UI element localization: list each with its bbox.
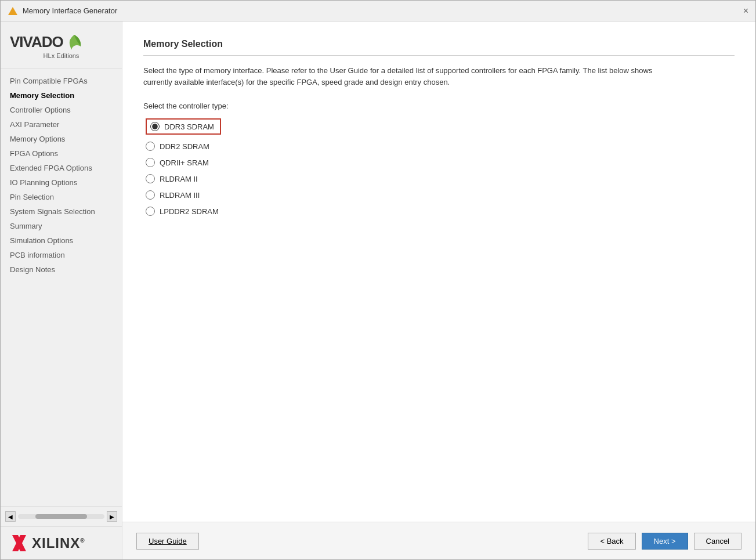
description-text: Select the type of memory interface. Ple… bbox=[143, 65, 665, 88]
radio-label-0: DDR3 SDRAM bbox=[164, 122, 214, 131]
vivado-leaf-icon bbox=[66, 34, 83, 51]
radio-input-0[interactable] bbox=[150, 122, 160, 131]
footer-left: User Guide bbox=[136, 533, 199, 550]
back-button[interactable]: < Back bbox=[588, 533, 635, 550]
main-content: VIVADO HLx Editions Pin Compatible FPGAs… bbox=[1, 21, 755, 559]
sidebar-nav-item-0[interactable]: Pin Compatible FPGAs bbox=[1, 74, 122, 88]
sidebar-nav-item-5[interactable]: FPGA Options bbox=[1, 146, 122, 161]
sidebar: VIVADO HLx Editions Pin Compatible FPGAs… bbox=[1, 21, 122, 559]
sidebar-nav-item-10[interactable]: Summary bbox=[1, 219, 122, 233]
radio-label-3: RLDRAM II bbox=[160, 175, 198, 183]
sidebar-nav-item-9[interactable]: System Signals Selection bbox=[1, 204, 122, 219]
radio-option-1[interactable]: DDR2 SDRAM bbox=[146, 142, 735, 151]
scroll-thumb bbox=[35, 514, 87, 519]
sidebar-xilinx: XILINX® bbox=[1, 526, 122, 559]
sidebar-nav-item-2[interactable]: Controller Options bbox=[1, 103, 122, 117]
main-window: Memory Interface Generator × VIVADO HLx … bbox=[0, 0, 756, 560]
scroll-right-button[interactable]: ▶ bbox=[107, 511, 117, 522]
xilinx-text: XILINX® bbox=[32, 535, 85, 551]
sidebar-nav-item-1[interactable]: Memory Selection bbox=[1, 88, 122, 103]
user-guide-button[interactable]: User Guide bbox=[136, 533, 199, 550]
controller-type-radio-group: DDR3 SDRAMDDR2 SDRAMQDRII+ SRAMRLDRAM II… bbox=[146, 118, 735, 216]
sidebar-nav-item-7[interactable]: IO Planning Options bbox=[1, 175, 122, 190]
sidebar-nav-item-12[interactable]: PCB information bbox=[1, 248, 122, 262]
app-icon bbox=[8, 6, 18, 16]
svg-marker-0 bbox=[8, 7, 17, 15]
radio-label-4: RLDRAM III bbox=[160, 191, 200, 200]
sidebar-nav: Pin Compatible FPGAsMemory SelectionCont… bbox=[1, 69, 122, 506]
sidebar-nav-item-4[interactable]: Memory Options bbox=[1, 132, 122, 146]
sidebar-logo: VIVADO HLx Editions bbox=[1, 21, 122, 69]
radio-input-4[interactable] bbox=[146, 190, 155, 200]
scroll-track bbox=[18, 514, 104, 519]
vivado-logo: VIVADO bbox=[10, 33, 113, 51]
section-title: Memory Selection bbox=[143, 39, 735, 56]
vivado-text: VIVADO bbox=[10, 33, 63, 51]
footer-right: < Back Next > Cancel bbox=[588, 533, 741, 550]
radio-label-2: QDRII+ SRAM bbox=[160, 158, 209, 167]
radio-input-3[interactable] bbox=[146, 174, 155, 183]
sidebar-nav-item-13[interactable]: Design Notes bbox=[1, 262, 122, 277]
radio-input-5[interactable] bbox=[146, 207, 155, 216]
footer-bar: User Guide < Back Next > Cancel bbox=[122, 522, 755, 559]
scroll-left-button[interactable]: ◀ bbox=[5, 511, 16, 522]
sidebar-nav-item-3[interactable]: AXI Parameter bbox=[1, 117, 122, 132]
radio-option-0[interactable]: DDR3 SDRAM bbox=[146, 118, 735, 135]
radio-input-2[interactable] bbox=[146, 158, 155, 167]
radio-highlight-wrapper: DDR3 SDRAM bbox=[146, 118, 221, 135]
radio-option-4[interactable]: RLDRAM III bbox=[146, 190, 735, 200]
xilinx-logo-icon bbox=[10, 534, 28, 552]
close-button[interactable]: × bbox=[743, 6, 748, 16]
sidebar-scrollbar: ◀ ▶ bbox=[1, 506, 122, 526]
radio-label-5: LPDDR2 SDRAM bbox=[160, 207, 219, 216]
sidebar-nav-item-8[interactable]: Pin Selection bbox=[1, 190, 122, 204]
sidebar-nav-item-6[interactable]: Extended FPGA Options bbox=[1, 161, 122, 175]
radio-option-3[interactable]: RLDRAM II bbox=[146, 174, 735, 183]
title-bar-left: Memory Interface Generator bbox=[8, 6, 117, 16]
vivado-subtitle: HLx Editions bbox=[10, 52, 113, 59]
title-bar: Memory Interface Generator × bbox=[1, 1, 755, 21]
sidebar-nav-item-11[interactable]: Simulation Options bbox=[1, 233, 122, 248]
window-title: Memory Interface Generator bbox=[23, 6, 117, 15]
content-area: Memory Selection Select the type of memo… bbox=[122, 21, 755, 559]
radio-input-1[interactable] bbox=[146, 142, 155, 151]
next-button[interactable]: Next > bbox=[642, 533, 688, 550]
radio-label-1: DDR2 SDRAM bbox=[160, 142, 209, 151]
radio-option-2[interactable]: QDRII+ SRAM bbox=[146, 158, 735, 167]
controller-type-label: Select the controller type: bbox=[143, 102, 735, 110]
content-body: Memory Selection Select the type of memo… bbox=[122, 21, 755, 522]
cancel-button[interactable]: Cancel bbox=[694, 533, 741, 550]
radio-option-5[interactable]: LPDDR2 SDRAM bbox=[146, 207, 735, 216]
